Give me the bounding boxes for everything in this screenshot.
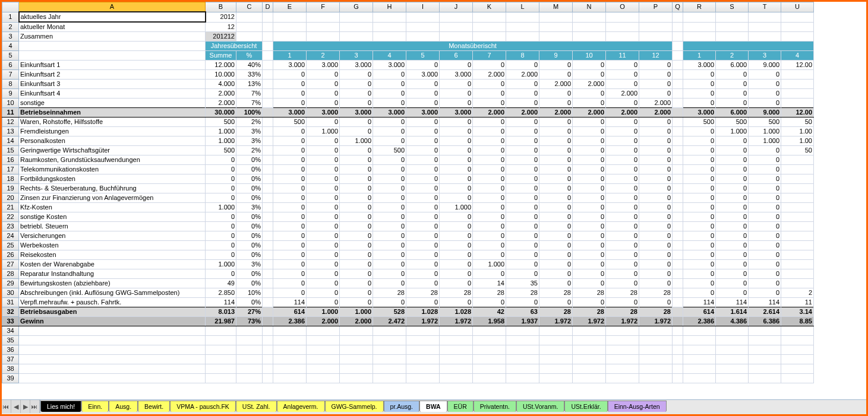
row-header[interactable]: 6 — [2, 61, 19, 70]
cell[interactable] — [206, 336, 236, 345]
cum-cell[interactable]: 0 — [749, 165, 781, 174]
month-cell[interactable]: 0 — [606, 222, 639, 231]
spacer-cell[interactable] — [673, 269, 683, 279]
month-cell[interactable]: 0 — [639, 241, 673, 250]
month-cell[interactable]: 0 — [406, 250, 440, 260]
month-cell[interactable]: 0 — [440, 184, 473, 193]
cell[interactable]: 3 — [749, 51, 781, 61]
cum-cell[interactable]: 0 — [683, 260, 716, 269]
cum-cell[interactable]: 0 — [716, 260, 749, 269]
row-header[interactable]: 12 — [2, 118, 19, 127]
spacer-cell[interactable] — [263, 250, 273, 260]
month-cell[interactable]: 0 — [307, 70, 340, 80]
cum-cell[interactable]: 0 — [749, 70, 781, 80]
month-cell[interactable]: 0 — [340, 193, 373, 203]
cell[interactable] — [273, 336, 307, 345]
cell[interactable] — [340, 345, 373, 355]
spacer-cell[interactable] — [673, 241, 683, 250]
month-cell[interactable]: 500 — [273, 118, 307, 127]
cell[interactable] — [406, 326, 440, 336]
row-label[interactable]: sonstige — [19, 99, 206, 108]
cum-cell[interactable]: 1.614 — [716, 307, 749, 317]
month-cell[interactable]: 0 — [573, 250, 606, 260]
sum-cell[interactable]: 12.000 — [206, 61, 236, 70]
cum-cell[interactable]: 0 — [716, 250, 749, 260]
month-cell[interactable]: 0 — [406, 193, 440, 203]
cum-cell[interactable]: 0 — [749, 269, 781, 279]
month-cell[interactable]: 0 — [340, 80, 373, 89]
month-cell[interactable]: 0 — [440, 250, 473, 260]
cell[interactable] — [639, 326, 673, 336]
month-cell[interactable]: 0 — [606, 203, 639, 212]
month-cell[interactable]: 63 — [506, 307, 539, 317]
cell[interactable] — [606, 22, 639, 32]
month-cell[interactable]: 0 — [373, 89, 406, 99]
sheet-tab[interactable]: Privatentn. — [474, 401, 516, 412]
cell[interactable] — [673, 364, 683, 374]
row-header[interactable]: 33 — [2, 317, 19, 326]
spacer-cell[interactable] — [673, 260, 683, 269]
cum-cell[interactable]: 0 — [683, 89, 716, 99]
spacer-cell[interactable] — [263, 165, 273, 174]
row-label[interactable]: Fremdleistungen — [19, 127, 206, 136]
cell[interactable]: 1 — [273, 51, 307, 61]
sum-cell[interactable]: 2.850 — [206, 288, 236, 298]
row-header[interactable]: 24 — [2, 231, 19, 241]
month-cell[interactable]: 0 — [373, 118, 406, 127]
month-cell[interactable]: 0 — [639, 203, 673, 212]
month-cell[interactable]: 0 — [273, 174, 307, 184]
month-cell[interactable]: 0 — [307, 184, 340, 193]
cum-cell[interactable]: 0 — [716, 155, 749, 165]
month-cell[interactable]: 0 — [406, 174, 440, 184]
month-cell[interactable]: 0 — [440, 298, 473, 307]
cell[interactable] — [206, 364, 236, 374]
cell[interactable] — [716, 12, 749, 22]
cell[interactable] — [781, 345, 814, 355]
month-cell[interactable]: 1.000 — [473, 260, 506, 269]
cell[interactable] — [440, 355, 473, 364]
tab-nav-first-icon[interactable]: ⏮ — [2, 400, 11, 413]
sum-cell[interactable]: 49 — [206, 279, 236, 288]
cum-cell[interactable]: 8.85 — [781, 317, 814, 326]
cum-cell[interactable]: 3.14 — [781, 307, 814, 317]
cell[interactable] — [236, 364, 263, 374]
cell[interactable] — [716, 374, 749, 383]
cell[interactable] — [606, 345, 639, 355]
month-cell[interactable]: 2.000 — [539, 80, 573, 89]
cell[interactable] — [373, 326, 406, 336]
month-cell[interactable]: 0 — [406, 231, 440, 241]
month-cell[interactable]: 0 — [273, 222, 307, 231]
cell[interactable]: 2012 — [206, 12, 236, 22]
cell[interactable] — [716, 345, 749, 355]
cum-cell[interactable]: 2 — [781, 288, 814, 298]
month-cell[interactable]: 0 — [473, 212, 506, 222]
month-cell[interactable]: 0 — [506, 136, 539, 146]
cell[interactable] — [683, 364, 716, 374]
cell[interactable] — [781, 355, 814, 364]
row-label[interactable]: Einkunftsart 2 — [19, 70, 206, 80]
month-cell[interactable]: 2.000 — [473, 108, 506, 118]
month-cell[interactable]: 0 — [373, 279, 406, 288]
month-cell[interactable]: 0 — [506, 231, 539, 241]
month-cell[interactable]: 0 — [440, 279, 473, 288]
month-cell[interactable]: 0 — [340, 260, 373, 269]
row-header[interactable]: 16 — [2, 155, 19, 165]
month-cell[interactable]: 0 — [307, 165, 340, 174]
pct-cell[interactable]: 0% — [236, 241, 263, 250]
row-label[interactable]: sonstige Kosten — [19, 212, 206, 222]
cum-cell[interactable]: 0 — [716, 99, 749, 108]
cum-cell[interactable]: 0 — [749, 174, 781, 184]
month-cell[interactable]: 0 — [440, 118, 473, 127]
month-cell[interactable]: 0 — [573, 231, 606, 241]
cum-cell[interactable]: 0 — [749, 146, 781, 155]
month-cell[interactable]: 0 — [573, 165, 606, 174]
cell[interactable] — [683, 336, 716, 345]
cell[interactable] — [236, 32, 263, 42]
month-cell[interactable]: 0 — [406, 80, 440, 89]
row-header[interactable]: 36 — [2, 345, 19, 355]
month-cell[interactable]: 1.000 — [340, 136, 373, 146]
month-cell[interactable]: 0 — [340, 279, 373, 288]
month-cell[interactable]: 0 — [639, 70, 673, 80]
cell[interactable] — [440, 22, 473, 32]
cell[interactable] — [673, 42, 683, 51]
